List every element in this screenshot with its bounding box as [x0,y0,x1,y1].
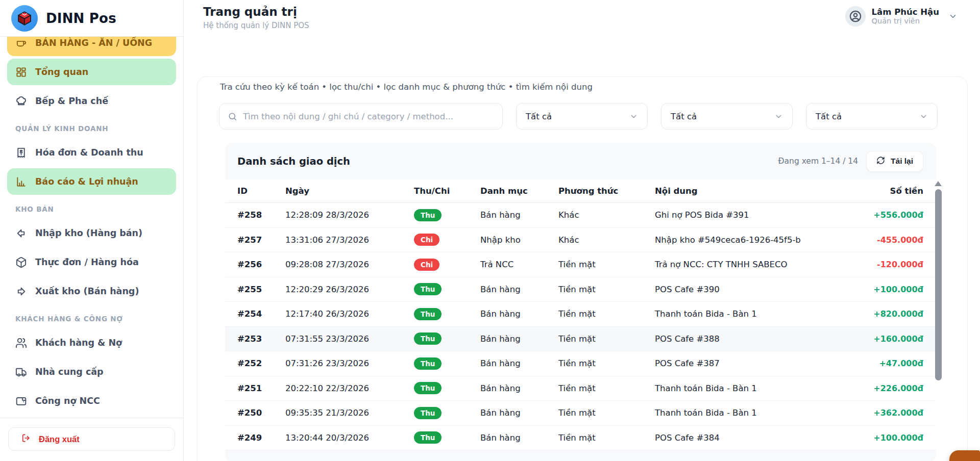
chevron-down-icon [629,112,638,121]
table-row[interactable]: #25713:31:06 27/3/2026ChiNhập khoKhácNhậ… [225,228,936,253]
filter-select-2[interactable]: Tất cả [661,103,793,130]
filter-select-value: Tất cả [526,112,552,121]
table-scrollbar[interactable] [935,181,942,380]
table-row[interactable]: #25609:28:08 27/3/2026ChiTrả NCCTiền mặt… [225,252,936,277]
page-heading: Trang quản trị Hệ thống quản lý DINN POS [203,5,309,30]
cell-id: #258 [237,210,285,220]
type-badge: Thu [414,283,442,295]
chef-hat-icon [15,95,27,107]
scrollbar-thumb[interactable] [935,189,942,380]
column-header: Số tiền [837,186,923,196]
filter-select-1[interactable]: Tất cả [516,103,648,130]
sidebar-section-label: KHO BÁN [10,205,173,213]
sidebar-item-nha-cung-cap[interactable]: Nhà cung cấp [7,358,176,385]
search-input[interactable] [243,112,494,121]
sidebar-item-label: Tổng quan [35,67,88,77]
sidebar-item-hoa-don-doanh-thu[interactable]: Hóa đơn & Doanh thu [7,139,176,166]
user-info: Lâm Phúc Hậu Quản trị viên [872,8,939,25]
table-row[interactable]: #25307:31:55 23/3/2026ThuBán hàngTiền mặ… [225,327,936,352]
user-avatar [845,6,866,27]
sidebar-item-nhap-kho[interactable]: Nhập kho (Hàng bán) [7,220,176,246]
type-badge: Thu [414,357,442,370]
cell-amount: +820.000đ [837,309,923,319]
filter-select-3[interactable]: Tất cả [806,103,938,130]
cell-type: Thu [414,308,480,320]
sidebar-item-label: Nhà cung cấp [35,367,104,377]
transactions-card-header: Danh sách giao dịch Đang xem 1–14 / 14 T… [225,143,936,180]
logout-button[interactable]: Đăng xuất [8,427,175,451]
user-menu[interactable]: Lâm Phúc Hậu Quản trị viên [845,6,958,27]
table-header-row: IDNgàyThu/ChiDanh mụcPhương thứcNội dung… [225,180,936,203]
sidebar-section-label: KHÁCH HÀNG & CÔNG NỢ [10,315,173,323]
sidebar-item-label: Xuất kho (Bán hàng) [35,286,139,296]
sidebar-item-label: BÁN HÀNG - ĂN / UỐNG [35,38,152,48]
bar-chart-icon [15,176,27,188]
app-root: DINN Pos BÁN HÀNG - ĂN / UỐNGTổng quanBế… [0,0,980,461]
coffee-cup-icon [15,37,27,49]
cell-id: #254 [237,309,285,319]
cell-id: #257 [237,235,285,245]
cell-method: Khác [558,210,655,220]
sidebar-item-xuat-kho[interactable]: Xuất kho (Bán hàng) [7,278,176,304]
column-header: Phương thức [558,186,655,196]
filter-select-value: Tất cả [671,112,697,121]
cell-content: POS Cafe #388 [655,334,837,344]
cell-method: Tiền mặt [558,309,655,319]
cell-type: Thu [414,357,480,370]
page-subtitle: Hệ thống quản lý DINN POS [203,21,309,30]
scrollbar-up-arrow[interactable] [935,181,942,186]
search-box [219,103,503,130]
table-row[interactable]: #25412:17:40 26/3/2026ThuBán hàngTiền mặ… [225,302,936,327]
collapse-panel-button[interactable] [949,450,980,461]
column-header: ID [237,186,285,196]
cell-amount: +160.000đ [837,334,923,344]
cell-date: 20:22:10 22/3/2026 [285,383,414,393]
table-row[interactable]: #25512:20:29 26/3/2026ThuBán hàngTiền mặ… [225,277,936,302]
cell-date: 13:20:44 20/3/2026 [285,433,414,443]
user-role: Quản trị viên [872,17,939,25]
table-row[interactable]: #25009:35:35 21/3/2026ThuBán hàngTiền mặ… [225,401,936,426]
cell-type: Thu [414,382,480,394]
cell-date: 12:20:29 26/3/2026 [285,285,414,294]
sidebar-item-bao-cao-loi-nhuan[interactable]: Báo cáo & Lợi nhuận [7,168,176,195]
table-body: #25812:28:09 28/3/2026ThuBán hàngKhácGhi… [225,203,936,450]
page-title: Trang quản trị [203,5,309,19]
sidebar-footer: Đăng xuất [0,418,183,461]
sidebar-item-thuc-don-hang-hoa[interactable]: Thực đơn / Hàng hóa [7,249,176,275]
sidebar-item-label: Công nợ NCC [35,396,100,406]
cell-id: #251 [237,383,285,393]
sidebar-item-bep-pha-che[interactable]: Bếp & Pha chế [7,88,176,114]
arrow-big-left-icon [15,227,27,239]
type-badge: Thu [414,308,442,320]
table-row[interactable]: #24913:20:44 20/3/2026ThuBán hàngTiền mặ… [225,426,936,451]
cell-date: 09:35:35 21/3/2026 [285,408,414,418]
table-row[interactable]: #25207:31:26 23/3/2026ThuBán hàngTiền mặ… [225,351,936,376]
table-footer [225,450,936,461]
table-row[interactable]: #25120:22:10 22/3/2026ThuBán hàngTiền mặ… [225,376,936,401]
sidebar-item-khach-hang-no[interactable]: Khách hàng & Nợ [7,329,176,356]
cell-amount: -120.000đ [837,260,923,269]
transactions-title: Danh sách giao dịch [237,156,350,167]
cell-content: Ghi nợ POS Bida #391 [655,210,837,220]
cell-type: Chi [414,259,480,271]
chevron-down-icon [919,112,928,121]
viewing-range: Đang xem 1–14 / 14 [778,157,859,166]
cell-content: Nhập kho #549ceca6-1926-45f5-b [655,235,837,245]
sidebar-item-cong-no-ncc[interactable]: Công nợ NCC [7,388,176,414]
grid-icon [15,66,27,78]
cell-category: Bán hàng [480,309,558,319]
sidebar-item-label: Bếp & Pha chế [35,96,108,106]
cell-date: 12:28:09 28/3/2026 [285,210,414,220]
reload-button[interactable]: Tải lại [866,151,923,172]
cell-amount: +362.000đ [837,408,923,418]
sidebar-item-tong-quan[interactable]: Tổng quan [7,59,176,85]
table-row[interactable]: #25812:28:09 28/3/2026ThuBán hàngKhácGhi… [225,203,936,228]
cell-amount: +226.000đ [837,383,923,393]
arrow-big-right-icon [15,286,27,297]
transactions-panel: Tra cứu theo kỳ kế toán • lọc thu/chi • … [197,76,968,461]
sidebar: DINN Pos BÁN HÀNG - ĂN / UỐNGTổng quanBế… [0,0,184,461]
users-icon [15,337,27,349]
type-badge: Thu [414,407,442,419]
type-badge: Chi [414,259,439,271]
chevron-down-icon [774,112,783,121]
